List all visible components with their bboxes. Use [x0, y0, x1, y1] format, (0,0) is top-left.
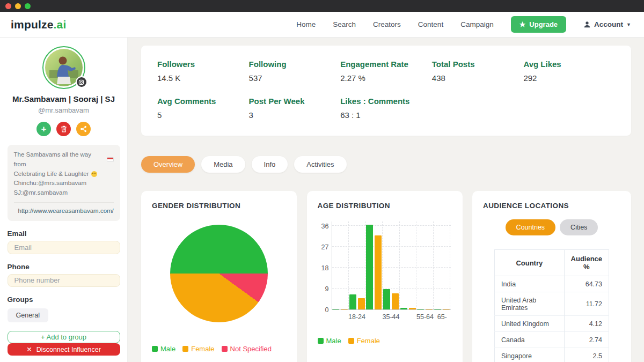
legend-swatch	[152, 346, 158, 352]
bar-female-45-54[interactable]	[409, 308, 416, 309]
stat-label: Avg Likes	[523, 60, 615, 69]
window-close-button[interactable]	[5, 3, 11, 9]
stat-following: Following537	[249, 60, 341, 83]
stat-total-posts: Total Posts438	[432, 60, 524, 83]
tab-overview[interactable]: Overview	[141, 156, 195, 173]
gender-distribution-card: GENDER DISTRIBUTION MaleFemaleNot Specif…	[141, 191, 297, 362]
legend-label: Female	[191, 345, 214, 353]
y-tick-18: 18	[321, 264, 329, 272]
group-chips: General	[8, 308, 120, 322]
stat-value: 63 : 1	[340, 110, 432, 120]
toggle-cities[interactable]: Cities	[560, 219, 598, 235]
tab-info[interactable]: Info	[252, 156, 288, 173]
bar-female-55-64[interactable]	[426, 309, 433, 310]
bar-female-35-44[interactable]	[392, 293, 399, 309]
bar-groups	[332, 221, 451, 309]
stat-label: Avg Comments	[157, 97, 249, 106]
audience-percent-cell: 4.12	[564, 316, 609, 332]
y-tick-0: 0	[325, 306, 329, 314]
audience-toggle: CountriesCities	[483, 219, 620, 235]
tab-activities[interactable]: Activities	[294, 156, 346, 173]
disconnect-influencer-button[interactable]: ✕ Disconnect Influencer	[8, 343, 120, 356]
legend-label: Male	[326, 337, 341, 345]
toggle-countries[interactable]: Countries	[506, 219, 556, 235]
stat-value: 2.27 %	[340, 73, 432, 83]
bar-female-25-34[interactable]	[375, 235, 382, 310]
bar-male-45-54[interactable]	[400, 308, 407, 309]
upgrade-button[interactable]: ★ Upgrade	[511, 16, 566, 33]
email-field[interactable]	[8, 241, 120, 254]
audience-percent-cell: 2.5	[564, 348, 609, 362]
table-row: United Kingdom4.12	[495, 316, 609, 332]
instagram-icon	[76, 76, 87, 88]
stat-label: Followers	[157, 60, 249, 69]
nav-link-creators[interactable]: Creators	[373, 20, 401, 28]
plot-area	[332, 221, 451, 310]
nav-link-content[interactable]: Content	[418, 20, 443, 28]
app-logo[interactable]: impulze.ai	[11, 18, 67, 31]
plus-icon: +	[41, 124, 47, 135]
top-nav: impulze.ai HomeSearchCreatorsContentCamp…	[0, 12, 644, 38]
legend-item-female: Female	[182, 345, 214, 353]
bar-male-25-34[interactable]	[366, 225, 373, 309]
table-row: United Arab Emirates11.72	[495, 292, 609, 316]
bio-line-2: Celebrating Life & Laughter	[14, 169, 89, 179]
bio-line-3: Chinchu:@mrs.sambavam	[14, 179, 114, 188]
bar-group-18-24	[349, 221, 366, 309]
avatar	[42, 46, 85, 89]
bar-group-45-54	[400, 221, 417, 309]
gender-pie-chart	[170, 225, 268, 322]
bar-group-55-64	[416, 221, 434, 309]
x-axis-labels: 18-2435-4455-6465-	[332, 313, 451, 321]
window-zoom-button[interactable]	[25, 3, 31, 9]
window-minimize-button[interactable]	[15, 3, 21, 9]
group-chip-general[interactable]: General	[8, 308, 48, 322]
bar-male-65[interactable]	[434, 309, 441, 310]
share-nodes-icon	[80, 125, 87, 132]
tab-bar: OverviewMediaInfoActivities	[141, 156, 631, 173]
bar-female-65[interactable]	[443, 309, 450, 310]
bio-line-1: The Sambavams all the way from	[14, 150, 105, 169]
bar-female-18-24[interactable]	[358, 298, 365, 309]
x-label-0	[332, 313, 349, 321]
age-legend: MaleFemale	[318, 337, 452, 345]
add-button[interactable]: +	[36, 122, 51, 136]
bar-female-13-17[interactable]	[341, 309, 348, 310]
share-button[interactable]	[76, 122, 91, 136]
legend-label: Male	[160, 345, 175, 353]
bar-group-13-17	[332, 221, 349, 309]
table-row: Canada2.74	[495, 332, 609, 348]
gender-card-title: GENDER DISTRIBUTION	[152, 202, 286, 210]
stats-row-2: Avg Comments5Post Per Week3Likes : Comme…	[157, 97, 615, 120]
legend-item-male: Male	[152, 345, 175, 353]
nav-link-campaign[interactable]: Campaign	[460, 20, 494, 28]
delete-button[interactable]	[56, 122, 71, 136]
person-icon	[583, 21, 591, 28]
nav-link-search[interactable]: Search	[333, 20, 356, 28]
legend-item-male: Male	[318, 337, 341, 345]
stat-followers: Followers14.5 K	[157, 60, 249, 83]
tab-media[interactable]: Media	[201, 156, 245, 173]
phone-field[interactable]	[8, 274, 120, 287]
upgrade-label: Upgrade	[529, 20, 558, 28]
stat-label: Following	[249, 60, 341, 69]
bio-line-4: SJ:@mr.sambavam	[14, 188, 114, 198]
bar-male-35-44[interactable]	[383, 289, 390, 309]
legend-label: Not Specified	[230, 345, 272, 353]
account-menu[interactable]: Account ▼	[583, 20, 631, 28]
stat-value: 438	[432, 73, 524, 83]
add-to-group-button[interactable]: + Add to group	[8, 331, 120, 343]
audience-percent-cell: 2.74	[564, 332, 609, 348]
nav-link-home[interactable]: Home	[296, 20, 316, 28]
stat-label: Post Per Week	[249, 97, 341, 106]
bio-link[interactable]: http://www.weareasambavam.com/	[18, 206, 114, 216]
nav-links: HomeSearchCreatorsContentCampaign	[296, 20, 493, 28]
bar-male-18-24[interactable]	[349, 294, 356, 309]
window-titlebar	[0, 0, 644, 12]
column-header-country: Country	[495, 250, 565, 276]
x-label-55-64: 55-64	[416, 313, 434, 321]
gender-legend: MaleFemaleNot Specified	[152, 345, 286, 353]
bar-male-55-64[interactable]	[417, 309, 424, 310]
table-row: India64.73	[495, 276, 609, 292]
bar-male-13-17[interactable]	[332, 309, 339, 310]
